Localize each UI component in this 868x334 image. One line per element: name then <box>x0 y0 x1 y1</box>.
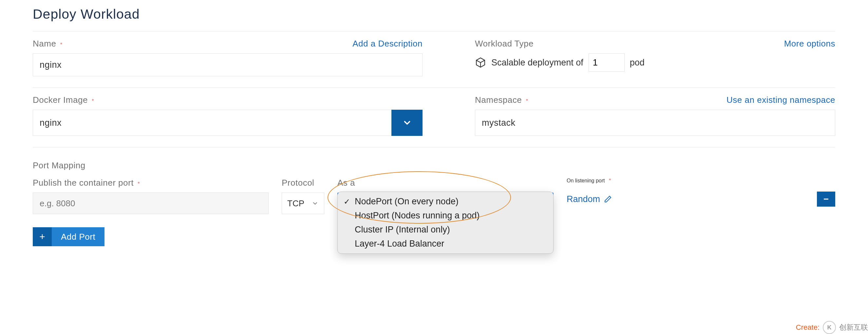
plus-icon: + <box>33 227 52 246</box>
port-mapping-section: Port Mapping Publish the container port … <box>33 147 835 246</box>
docker-image-dropdown-button[interactable] <box>392 110 423 136</box>
as-a-dropdown: ✓ NodePort (On every node) HostPort (Nod… <box>337 192 554 254</box>
cube-icon <box>475 57 486 68</box>
dropdown-option-lb[interactable]: Layer-4 Load Balancer <box>338 237 553 251</box>
remove-port-button[interactable] <box>817 192 835 207</box>
dropdown-option-label: Layer-4 Load Balancer <box>355 239 444 248</box>
required-mark: * <box>526 98 528 104</box>
port-mapping-row: Publish the container port * Protocol TC… <box>33 178 835 214</box>
label-publish-port: Publish the container port <box>33 178 134 188</box>
footer-create: Create: <box>796 323 819 332</box>
add-port-label: Add Port <box>52 227 104 246</box>
publish-port-input[interactable] <box>33 193 269 214</box>
docker-image-input[interactable] <box>33 110 392 136</box>
label-docker-image: Docker Image <box>33 95 88 105</box>
use-existing-namespace-link[interactable]: Use an existing namespace <box>726 95 835 105</box>
label-as-a: As a <box>337 178 554 188</box>
label-protocol: Protocol <box>282 178 324 188</box>
footer-brand: 创新互联 <box>839 323 868 332</box>
pod-count-input[interactable] <box>589 54 625 72</box>
dropdown-option-label: Cluster IP (Internal only) <box>355 225 450 234</box>
dropdown-option-label: NodePort (On every node) <box>355 197 459 206</box>
label-port-mapping: Port Mapping <box>33 161 835 171</box>
row-name-workloadtype: Name * Add a Description Workload Type M… <box>33 31 835 88</box>
protocol-select[interactable]: TCP <box>282 193 324 214</box>
listening-port-value[interactable]: Random <box>567 188 612 210</box>
minus-icon <box>822 195 830 203</box>
dropdown-option-hostport[interactable]: HostPort (Nodes running a pod) <box>338 209 553 223</box>
workload-type-line: Scalable deployment of pod <box>475 54 835 72</box>
protocol-value: TCP <box>287 198 304 209</box>
chevron-down-icon <box>402 118 412 128</box>
page-title: Deploy Workload <box>33 6 835 22</box>
required-mark: * <box>60 42 62 47</box>
listening-port-text: Random <box>567 194 600 204</box>
workload-type-text-post: pod <box>630 58 645 68</box>
more-options-link[interactable]: More options <box>784 39 835 49</box>
label-workload-type: Workload Type <box>475 39 534 49</box>
add-description-link[interactable]: Add a Description <box>352 39 423 49</box>
dropdown-option-nodeport[interactable]: ✓ NodePort (On every node) <box>338 195 553 209</box>
required-mark: * <box>609 178 611 183</box>
footer-watermark: Create: K 创新互联 <box>796 321 868 334</box>
pencil-icon <box>604 195 612 203</box>
row-image-namespace: Docker Image * Namespace * Use an e <box>33 88 835 147</box>
name-input[interactable] <box>33 54 423 76</box>
dropdown-option-label: HostPort (Nodes running a pod) <box>355 210 479 221</box>
label-name: Name <box>33 39 56 48</box>
check-icon: ✓ <box>344 197 350 206</box>
required-mark: * <box>92 98 94 104</box>
add-port-button[interactable]: + Add Port <box>33 227 104 246</box>
label-namespace: Namespace <box>475 95 522 105</box>
dropdown-option-clusterip[interactable]: Cluster IP (Internal only) <box>338 223 553 237</box>
namespace-input[interactable] <box>475 110 835 136</box>
footer-badge-icon: K <box>823 321 836 334</box>
label-listening-port: On listening port <box>567 178 605 183</box>
workload-type-text-pre: Scalable deployment of <box>491 58 583 68</box>
chevron-down-icon <box>311 200 319 207</box>
required-mark: * <box>137 181 140 187</box>
